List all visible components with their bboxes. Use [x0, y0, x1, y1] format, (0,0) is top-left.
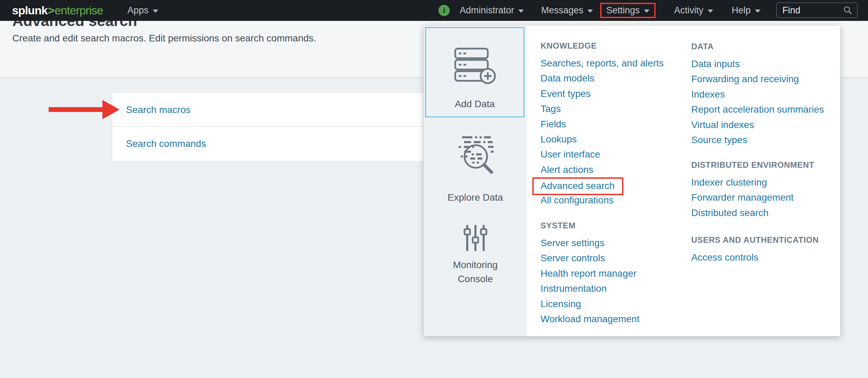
list-item: Search commands [112, 127, 423, 161]
logo-brand: splunk [12, 4, 48, 17]
menu-link[interactable]: Data inputs [691, 56, 740, 72]
section-distributed-title: DISTRIBUTED ENVIRONMENT [691, 160, 842, 170]
nav-messages-label: Messages [541, 5, 583, 16]
menu-link[interactable]: Virtual indexes [691, 117, 754, 133]
chevron-down-icon [153, 10, 158, 13]
nav-administrator-label: Administrator [460, 5, 514, 16]
menu-link[interactable]: Advanced search [532, 177, 623, 195]
info-icon[interactable]: i [438, 5, 450, 16]
advanced-search-list: Search macros Search commands [112, 92, 424, 161]
menu-link[interactable]: Health report manager [541, 266, 636, 281]
settings-dropdown-panel: Add Data Explore Data [424, 26, 840, 336]
monitoring-console-tile[interactable]: Monitoring Console [424, 224, 527, 254]
nav-messages-menu[interactable]: Messages [541, 0, 593, 21]
menu-link[interactable]: Server controls [541, 251, 605, 266]
nav-settings-menu[interactable]: Settings [606, 5, 649, 16]
nav-administrator-menu[interactable]: Administrator [460, 0, 524, 21]
menu-link[interactable]: Searches, reports, and alerts [541, 56, 664, 71]
menu-link[interactable]: Distributed search [691, 205, 769, 220]
chevron-down-icon [518, 10, 524, 13]
menu-link[interactable]: Indexer clustering [691, 175, 767, 190]
splunk-logo: splunk>enterprise [12, 0, 103, 21]
add-data-tile[interactable]: Add Data [425, 27, 524, 117]
menu-link[interactable]: Access controls [691, 250, 758, 265]
menu-link[interactable]: Report acceleration summaries [691, 102, 824, 117]
section-data: DATA Data inputs Forwarding and receivin… [691, 41, 842, 148]
menu-link[interactable]: Event types [541, 86, 591, 101]
search-icon[interactable] [843, 5, 853, 15]
logo-chevron: > [48, 4, 54, 17]
menu-link[interactable]: Fields [541, 117, 566, 132]
list-item-link[interactable]: Search macros [126, 93, 190, 127]
menu-link[interactable]: Source types [691, 133, 747, 148]
red-arrow-annotation [49, 100, 119, 119]
explore-data-label: Explore Data [424, 192, 527, 203]
section-distributed-environment: DISTRIBUTED ENVIRONMENT Indexer clusteri… [691, 160, 842, 220]
section-users-authentication: USERS AND AUTHENTICATION Access controls [691, 235, 842, 265]
explore-data-icon [454, 135, 497, 178]
menu-link[interactable]: Lookups [541, 132, 577, 147]
add-data-label: Add Data [426, 99, 523, 110]
menu-link[interactable]: Server settings [541, 236, 605, 251]
chevron-down-icon [755, 10, 760, 13]
nav-apps-menu[interactable]: Apps [127, 0, 158, 21]
chevron-down-icon [644, 10, 649, 13]
menu-link[interactable]: Indexes [691, 87, 725, 102]
menu-link[interactable]: Alert actions [541, 162, 593, 177]
nav-apps-label: Apps [127, 5, 149, 16]
menu-link[interactable]: Workload management [541, 312, 640, 327]
explore-data-tile[interactable]: Explore Data [424, 135, 527, 180]
monitoring-console-icon [463, 224, 488, 252]
menu-link[interactable]: Data models [541, 71, 594, 86]
arrow-head [102, 100, 120, 119]
menu-link[interactable]: User interface [541, 147, 600, 162]
settings-annotation-box: Settings [600, 3, 656, 18]
menu-link[interactable]: Tags [541, 101, 561, 116]
section-system-title: SYSTEM [541, 220, 691, 231]
menu-link[interactable]: Licensing [541, 297, 581, 312]
nav-help-menu[interactable]: Help [732, 0, 760, 21]
chevron-down-icon [708, 10, 713, 13]
chevron-down-icon [587, 10, 593, 13]
section-system: SYSTEM Server settings Server controls H… [541, 220, 691, 327]
nav-help-label: Help [732, 5, 751, 16]
nav-settings-label: Settings [606, 5, 640, 16]
list-item: Search macros [112, 93, 423, 127]
section-knowledge: KNOWLEDGE Searches, reports, and alerts … [541, 41, 691, 208]
logo-product: enterprise [54, 4, 103, 17]
find-search-box [776, 2, 858, 18]
page-subtitle: Create and edit search macros. Edit perm… [12, 33, 316, 44]
nav-activity-menu[interactable]: Activity [674, 0, 713, 21]
add-data-icon [454, 47, 496, 85]
nav-activity-label: Activity [674, 5, 704, 16]
menu-link[interactable]: Instrumentation [541, 281, 607, 296]
section-knowledge-title: KNOWLEDGE [541, 41, 691, 51]
monitoring-console-label: Monitoring Console [443, 258, 508, 286]
dropdown-tiles-column: Add Data Explore Data [424, 26, 527, 336]
arrow-shaft [49, 107, 103, 112]
top-nav: splunk>enterprise Apps i Administrator M… [0, 0, 868, 21]
list-item-link[interactable]: Search commands [126, 127, 206, 161]
section-users-title: USERS AND AUTHENTICATION [691, 235, 842, 245]
find-search-input[interactable] [777, 5, 843, 16]
menu-link[interactable]: Forwarder management [691, 190, 794, 205]
menu-link[interactable]: Forwarding and receiving [691, 72, 799, 87]
section-data-title: DATA [691, 41, 842, 52]
